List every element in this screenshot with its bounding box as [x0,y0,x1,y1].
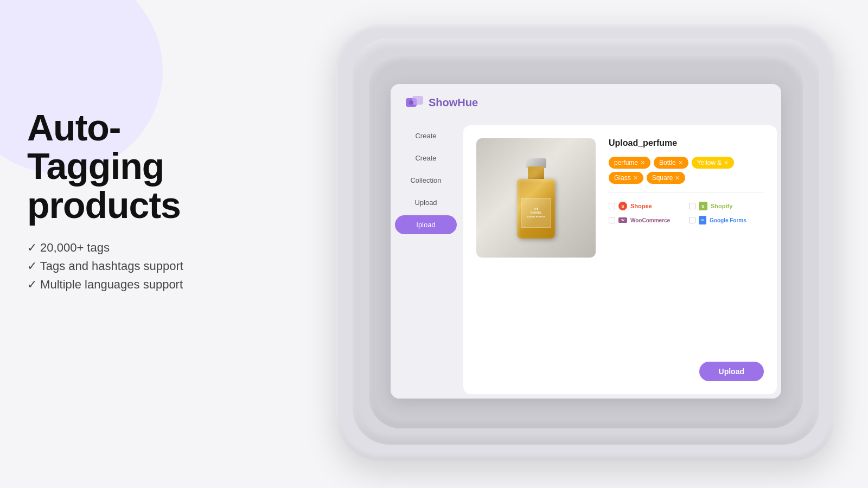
tag-yellow-close[interactable]: ✕ [724,159,729,166]
shopee-label: Shopee [630,203,652,209]
sidebar-item-create1[interactable]: Create [391,126,461,145]
sidebar-item-collection[interactable]: Collection [391,171,461,190]
main-title: Auto- Tagging products [27,108,183,224]
device-outer: ShowHue Create Create Collection Upload … [336,22,835,461]
logo-icon [406,94,423,111]
tag-square-close[interactable]: ✕ [675,175,680,182]
shopee-checkbox[interactable] [609,203,615,209]
logo-text: ShowHue [429,97,478,109]
bottle-label: N°5CHANELEAU DE PARFUM [521,198,551,228]
features-list: ✓ 20,000+ tags ✓ Tags and hashtags suppo… [27,241,183,292]
shopify-label: Shopify [711,203,732,209]
feature-item-1: ✓ 20,000+ tags [27,241,183,255]
bottle-neck [528,166,544,180]
integration-gforms[interactable]: G Google Forms [689,216,764,224]
integrations-grid: S Shopee S Shopify [609,202,764,224]
tag-perfume[interactable]: perfume ✕ [609,157,650,169]
svg-rect-1 [412,96,423,105]
tag-bottle[interactable]: Bottle ✕ [654,157,688,169]
integration-shopee[interactable]: S Shopee [609,202,684,210]
upload-button[interactable]: Upload [699,362,764,381]
tag-perfume-close[interactable]: ✕ [640,159,645,166]
integration-woo[interactable]: W WooCommerce [609,216,684,224]
upload-title: Upload_perfume [609,138,764,148]
tag-yellow[interactable]: Yellow & ✕ [692,157,735,169]
right-panel: Upload_perfume perfume ✕ Bottle ✕ [609,138,764,381]
svg-point-2 [409,100,413,105]
tag-glass[interactable]: Glass ✕ [609,172,643,184]
shopify-icon: S [699,202,707,210]
tag-glass-close[interactable]: ✕ [633,175,638,182]
shopee-icon: S [618,202,627,210]
woo-label: WooCommerce [630,217,670,223]
product-image-container: N°5CHANELEAU DE PARFUM [476,138,596,258]
divider [609,192,764,193]
app-window: ShowHue Create Create Collection Upload … [391,84,781,399]
tag-square[interactable]: Square ✕ [647,172,686,184]
gforms-label: Google Forms [710,217,746,223]
app-body: Create Create Collection Upload Ipload [391,121,781,399]
integration-shopify[interactable]: S Shopify [689,202,764,210]
main-content: N°5CHANELEAU DE PARFUM Upload_perfume [463,125,777,394]
feature-item-3: ✓ Multiple languages support [27,278,183,292]
shopify-checkbox[interactable] [689,203,695,209]
gforms-icon: G [699,216,706,224]
app-header: ShowHue [391,84,781,121]
device-inner: ShowHue Create Create Collection Upload … [369,54,803,428]
perfume-bottle: N°5CHANELEAU DE PARFUM [512,157,560,239]
feature-item-2: ✓ Tags and hashtags support [27,259,183,273]
woo-checkbox[interactable] [609,217,615,223]
tags-container: perfume ✕ Bottle ✕ Yellow & ✕ [609,157,764,184]
bottle-body: N°5CHANELEAU DE PARFUM [517,179,555,239]
tag-bottle-close[interactable]: ✕ [678,159,683,166]
left-section: Auto- Tagging products ✓ 20,000+ tags ✓ … [27,108,183,296]
device-middle: ShowHue Create Create Collection Upload … [353,38,819,445]
sidebar-item-ipload[interactable]: Ipload [395,215,457,234]
sidebar-item-upload[interactable]: Upload [391,193,461,212]
gforms-checkbox[interactable] [689,217,695,223]
upload-btn-container: Upload [609,362,764,381]
sidebar-item-create2[interactable]: Create [391,149,461,168]
woo-icon: W [618,217,627,223]
sidebar: Create Create Collection Upload Ipload [391,121,461,399]
